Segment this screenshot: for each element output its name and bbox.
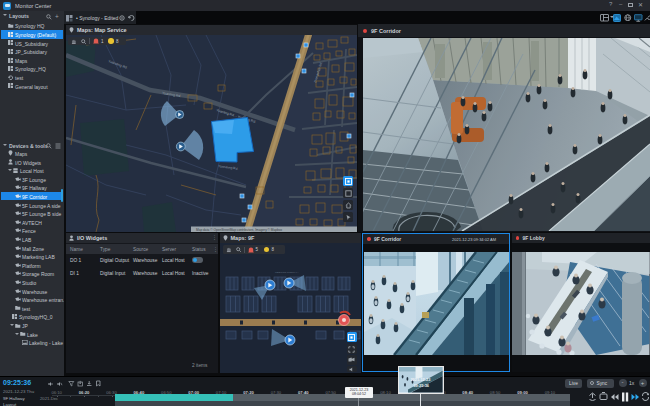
svg-text:2021-12-23: 2021-12-23 bbox=[410, 377, 431, 382]
svg-text:MEETING ROOM 9A: MEETING ROOM 9A bbox=[275, 271, 299, 274]
svg-text:Map data © OpenStreetMap contr: Map data © OpenStreetMap contributors, I… bbox=[196, 228, 283, 232]
svg-text:09:25:36: 09:25:36 bbox=[413, 383, 429, 388]
